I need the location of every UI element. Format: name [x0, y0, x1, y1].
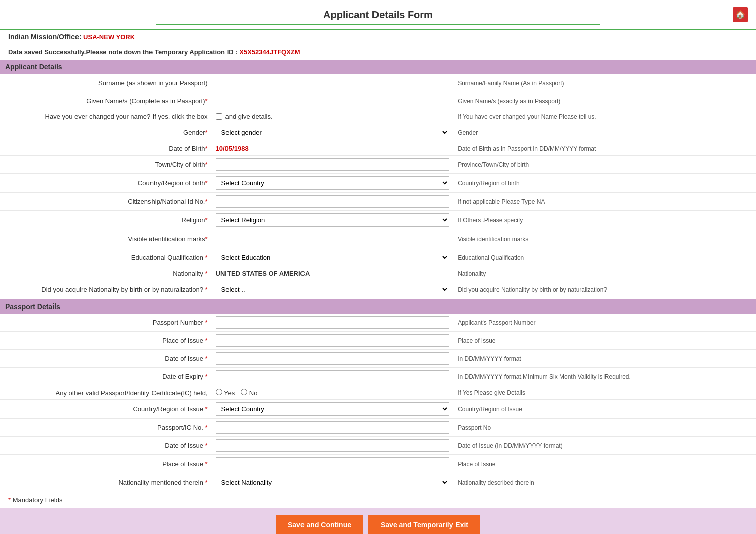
passport-place-issue-input[interactable]: [216, 334, 450, 347]
ic-place-issue-input-cell: [212, 455, 454, 473]
ic-date-issue-input[interactable]: [216, 439, 450, 452]
passport-date-expiry-label: Date of Expiry *: [0, 368, 212, 386]
table-row: Did you acquire Nationality by birth or …: [0, 280, 756, 299]
table-row: Nationality * UNITED STATES OF AMERICA N…: [0, 267, 756, 280]
table-row: Town/City of birth* Province/Town/City o…: [0, 156, 756, 174]
nationality-therein-hint: Nationality described therein: [453, 473, 756, 492]
ic-date-issue-label: Date of Issue *: [0, 437, 212, 455]
table-row: Gender* Select gender Male Female Other …: [0, 123, 756, 142]
table-row: Religion* Select Religion Hindu Muslim C…: [0, 211, 756, 230]
other-passport-no-radio[interactable]: [241, 389, 247, 395]
city-birth-hint: Province/Town/City of birth: [453, 156, 756, 174]
gender-select[interactable]: Select gender Male Female Other: [216, 126, 450, 139]
passport-date-expiry-hint: In DD/MM/YYYY format.Minimum Six Month V…: [453, 368, 756, 386]
given-name-hint: Given Name/s (exactly as in Passport): [453, 92, 756, 110]
nationality-label: Nationality *: [0, 267, 212, 280]
religion-select[interactable]: Select Religion Hindu Muslim Christian S…: [216, 213, 450, 227]
mission-label: Indian Mission/Office:: [8, 33, 81, 41]
passport-number-input[interactable]: [216, 316, 450, 329]
country-birth-select[interactable]: Select Country: [216, 176, 450, 190]
passport-date-expiry-input[interactable]: [216, 370, 450, 383]
nationality-hint: Nationality: [453, 267, 756, 280]
given-name-label: Given Name/s (Complete as in Passport)*: [0, 92, 212, 110]
country-birth-label: Country/Region of birth*: [0, 174, 212, 193]
mandatory-note: * Mandatory Fields: [0, 492, 756, 508]
religion-select-cell: Select Religion Hindu Muslim Christian S…: [212, 211, 454, 230]
ic-place-issue-label: Place of Issue *: [0, 455, 212, 473]
passport-place-issue-hint: Place of Issue: [453, 332, 756, 350]
national-id-label: Citizenship/National Id No.*: [0, 193, 212, 211]
passport-number-hint: Applicant's Passport Number: [453, 314, 756, 332]
table-row: Visible identification marks* Visible id…: [0, 230, 756, 248]
other-passport-label: Any other valid Passport/Identity Certif…: [0, 386, 212, 400]
passport-date-issue-input-cell: [212, 350, 454, 368]
education-hint: Educational Qualification: [453, 248, 756, 267]
surname-input[interactable]: [216, 77, 450, 89]
other-country-issue-label: Country/Region of Issue *: [0, 400, 212, 419]
table-row name-change-row: Have you ever changed your name? If yes,…: [0, 110, 756, 123]
passport-date-issue-hint: In DD/MM/YYYY format: [453, 350, 756, 368]
surname-hint: Surname/Family Name (As in Passport): [453, 74, 756, 92]
saved-message: Data saved Successfully.Please note down…: [0, 44, 756, 60]
passport-date-issue-input[interactable]: [216, 352, 450, 365]
other-country-issue-hint: Country/Region of Issue: [453, 400, 756, 419]
education-select[interactable]: Select Education Below Matric Matric Hig…: [216, 251, 450, 264]
table-row: Country/Region of birth* Select Country …: [0, 174, 756, 193]
country-birth-select-cell: Select Country: [212, 174, 454, 193]
save-continue-button[interactable]: Save and Continue: [276, 515, 363, 534]
table-row: Place of Issue * Place of Issue: [0, 455, 756, 473]
nationality-acquisition-select[interactable]: Select .. By Birth By Naturalization: [216, 283, 450, 296]
nationality-acquisition-label: Did you acquire Nationality by birth or …: [0, 280, 212, 299]
dob-label: Date of Birth*: [0, 142, 212, 156]
applicant-form-table: Surname (as shown in your Passport) Surn…: [0, 74, 756, 299]
applicant-section-header: Applicant Details: [0, 60, 756, 74]
passport-date-expiry-input-cell: [212, 368, 454, 386]
nationality-value-cell: UNITED STATES OF AMERICA: [212, 267, 454, 280]
nationality-therein-select[interactable]: Select Nationality: [216, 476, 450, 489]
page-wrapper: Applicant Details Form 🏠 Indian Mission/…: [0, 0, 756, 534]
surname-label: Surname (as shown in your Passport): [0, 74, 212, 92]
dob-value: 10/05/1988: [216, 145, 249, 152]
other-country-issue-select-cell: Select Country: [212, 400, 454, 419]
country-birth-hint: Country/Region of birth: [453, 174, 756, 193]
passport-ic-no-input-cell: [212, 419, 454, 437]
city-birth-label: Town/City of birth*: [0, 156, 212, 174]
other-passport-radio-cell: Yes No: [212, 386, 454, 400]
name-change-checkbox[interactable]: [216, 113, 222, 120]
passport-section-header: Passport Details: [0, 299, 756, 314]
ic-place-issue-hint: Place of Issue: [453, 455, 756, 473]
name-change-text: and give details.: [225, 113, 273, 120]
national-id-hint: If not applicable Please Type NA: [453, 193, 756, 211]
passport-ic-no-input[interactable]: [216, 421, 450, 434]
save-exit-button[interactable]: Save and Temporarily Exit: [368, 515, 480, 534]
nationality-acquisition-select-cell: Select .. By Birth By Naturalization: [212, 280, 454, 299]
given-name-input[interactable]: [216, 95, 450, 107]
mandatory-text: Mandatory Fields: [13, 496, 63, 504]
city-birth-input[interactable]: [216, 158, 450, 171]
passport-number-input-cell: [212, 314, 454, 332]
given-name-input-cell: [212, 92, 454, 110]
nationality-therein-select-cell: Select Nationality: [212, 473, 454, 492]
table-row: Date of Expiry * In DD/MM/YYYY format.Mi…: [0, 368, 756, 386]
other-passport-no-label: No: [241, 389, 257, 397]
home-icon[interactable]: 🏠: [733, 7, 748, 22]
name-change-checkbox-label: and give details.: [216, 113, 450, 120]
ic-place-issue-input[interactable]: [216, 457, 450, 470]
footer-buttons: Save and Continue Save and Temporarily E…: [0, 508, 756, 534]
app-id: X5X52344JTFQXZM: [239, 48, 300, 56]
table-row: Date of Issue * Date of Issue (In DD/MM/…: [0, 437, 756, 455]
name-change-hint: If You have ever changed your Name Pleas…: [453, 110, 756, 123]
mission-value: USA-NEW YORK: [83, 33, 135, 41]
surname-input-cell: [212, 74, 454, 92]
national-id-input[interactable]: [216, 195, 450, 208]
education-select-cell: Select Education Below Matric Matric Hig…: [212, 248, 454, 267]
id-marks-input[interactable]: [216, 233, 450, 245]
passport-date-issue-label: Date of Issue *: [0, 350, 212, 368]
other-country-issue-select[interactable]: Select Country: [216, 402, 450, 416]
id-marks-label: Visible identification marks*: [0, 230, 212, 248]
table-row: Given Name/s (Complete as in Passport)* …: [0, 92, 756, 110]
nationality-therein-label: Nationality mentioned therein *: [0, 473, 212, 492]
other-passport-yes-radio[interactable]: [216, 389, 222, 395]
id-marks-hint: Visible identification marks: [453, 230, 756, 248]
table-row: Passport/IC No. * Passport No: [0, 419, 756, 437]
